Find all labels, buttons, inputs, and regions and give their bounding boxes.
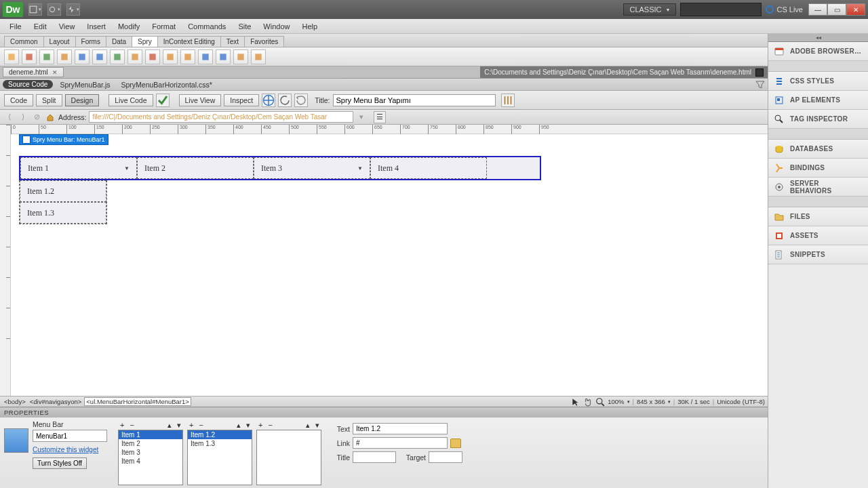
- menu-item-1[interactable]: Item 2: [137, 157, 254, 179]
- target-input[interactable]: [429, 451, 462, 463]
- title-input[interactable]: [353, 451, 396, 463]
- tag-selector[interactable]: <div#navigasyon>: [28, 398, 83, 405]
- insert-tab-forms[interactable]: Forms: [75, 36, 106, 47]
- insert-tab-common[interactable]: Common: [4, 36, 44, 47]
- panel-assets[interactable]: ASSETS: [768, 226, 868, 245]
- check-icon[interactable]: [156, 94, 170, 107]
- close-icon[interactable]: ✕: [52, 69, 58, 76]
- refresh-icon[interactable]: [294, 94, 308, 107]
- list-item[interactable]: Item 1: [119, 430, 182, 439]
- page-title-input[interactable]: [333, 94, 496, 106]
- workspace-switcher[interactable]: CLASSIC▼: [623, 3, 676, 16]
- spry-insert-icon-1[interactable]: [22, 49, 37, 64]
- list-item[interactable]: Item 1.2: [188, 430, 252, 439]
- panel-databases[interactable]: DATABASES: [768, 140, 868, 159]
- remove-icon[interactable]: −: [266, 421, 274, 429]
- submenu-item-0[interactable]: Item 1.2: [20, 180, 106, 202]
- insert-tab-incontext-editing[interactable]: InContext Editing: [157, 36, 221, 47]
- back-icon[interactable]: ⟨: [4, 112, 15, 123]
- spry-insert-icon-10[interactable]: [180, 49, 195, 64]
- list-item[interactable]: Item 4: [119, 457, 182, 466]
- panel-snippets[interactable]: SNIPPETS: [768, 245, 868, 264]
- menu-insert[interactable]: Insert: [81, 21, 111, 32]
- menu-view[interactable]: View: [54, 21, 81, 32]
- related-file[interactable]: SpryMenuBarHorizontal.css*: [117, 80, 216, 89]
- pointer-icon[interactable]: [571, 397, 580, 407]
- remove-icon[interactable]: −: [197, 421, 205, 429]
- link-input[interactable]: [353, 437, 448, 449]
- source-code-chip[interactable]: Source Code: [3, 80, 53, 89]
- spry-insert-icon-14[interactable]: [251, 49, 266, 64]
- livecode-button[interactable]: Live Code: [108, 94, 153, 106]
- zoom-icon[interactable]: [595, 397, 605, 407]
- properties-header[interactable]: PROPERTIES: [0, 407, 768, 418]
- menu-window[interactable]: Window: [258, 21, 295, 32]
- options-icon[interactable]: ☰: [374, 111, 386, 123]
- list-item[interactable]: Item 3: [119, 448, 182, 457]
- spry-insert-icon-2[interactable]: [39, 49, 54, 64]
- add-icon[interactable]: +: [187, 421, 195, 429]
- maximize-button[interactable]: ▭: [827, 3, 846, 16]
- spry-insert-icon-7[interactable]: [127, 49, 142, 64]
- panel-ap-elements[interactable]: AP ELEMENTS: [768, 91, 868, 110]
- text-input[interactable]: [353, 423, 448, 434]
- filter-icon[interactable]: [755, 80, 765, 89]
- menu-file[interactable]: File: [4, 21, 27, 32]
- dimensions-value[interactable]: 845 x 366: [637, 398, 665, 405]
- insert-tab-spry[interactable]: Spry: [132, 36, 158, 47]
- split-view-button[interactable]: Split: [36, 94, 62, 106]
- panel-files[interactable]: FILES: [768, 207, 868, 226]
- insert-tab-layout[interactable]: Layout: [43, 36, 76, 47]
- down-icon[interactable]: ▾: [175, 421, 183, 430]
- up-icon[interactable]: ▴: [235, 421, 243, 430]
- spry-insert-icon-6[interactable]: [110, 49, 125, 64]
- menu-item-2[interactable]: Item 3▼: [254, 157, 370, 179]
- refresh-dropdown-icon[interactable]: [278, 94, 292, 107]
- spry-insert-icon-8[interactable]: [145, 49, 160, 64]
- design-view-button[interactable]: Design: [65, 94, 100, 106]
- turn-styles-off-button[interactable]: Turn Styles Off: [33, 458, 87, 469]
- menu-item-0[interactable]: Item 1▼: [20, 157, 137, 179]
- spry-insert-icon-13[interactable]: [233, 49, 248, 64]
- submenu-item-1[interactable]: Item 1.3: [20, 202, 106, 224]
- search-box[interactable]: [680, 3, 762, 16]
- hand-icon[interactable]: [583, 397, 593, 407]
- up-icon[interactable]: ▴: [165, 421, 174, 430]
- browse-icon[interactable]: [450, 439, 461, 448]
- forward-icon[interactable]: ⟩: [18, 112, 28, 123]
- spry-insert-icon-5[interactable]: [92, 49, 107, 64]
- panel-server-behaviors[interactable]: SERVER BEHAVIORS: [768, 178, 868, 197]
- minimize-button[interactable]: —: [808, 3, 827, 16]
- remove-icon[interactable]: −: [127, 421, 136, 429]
- document-tab[interactable]: deneme.html✕: [3, 67, 64, 77]
- code-view-button[interactable]: Code: [4, 94, 33, 106]
- close-button[interactable]: ✕: [846, 3, 865, 16]
- globe-icon[interactable]: [262, 94, 275, 107]
- spry-insert-icon-4[interactable]: [75, 49, 90, 64]
- add-icon[interactable]: +: [118, 421, 126, 429]
- site-dropdown[interactable]: [66, 3, 80, 16]
- liveview-button[interactable]: Live View: [179, 94, 222, 106]
- tag-selector[interactable]: <body>: [3, 398, 27, 405]
- spry-menubar-widget[interactable]: Item 1▼Item 2Item 3▼Item 4: [19, 156, 541, 180]
- menu-commands[interactable]: Commands: [182, 21, 231, 32]
- down-icon[interactable]: ▾: [313, 421, 321, 430]
- spry-insert-icon-0[interactable]: [4, 49, 19, 64]
- spry-insert-icon-9[interactable]: [163, 49, 178, 64]
- panel-bindings[interactable]: BINDINGS: [768, 159, 868, 178]
- design-canvas[interactable]: Spry Menu Bar: MenuBar1 Item 1▼Item 2Ite…: [11, 134, 768, 396]
- menu-format[interactable]: Format: [146, 21, 181, 32]
- panel-adobe-browser-[interactable]: ADOBE BROWSER…: [768, 42, 868, 61]
- address-dropdown-icon[interactable]: ▾: [356, 112, 367, 123]
- home-icon[interactable]: [45, 112, 56, 123]
- menu-item-3[interactable]: Item 4: [370, 157, 487, 179]
- list-item[interactable]: Item 1.3: [188, 439, 252, 448]
- down-icon[interactable]: ▾: [244, 421, 252, 430]
- stop-icon[interactable]: ⊘: [31, 112, 42, 123]
- menu-site[interactable]: Site: [233, 21, 256, 32]
- address-input[interactable]: [89, 111, 353, 123]
- save-icon[interactable]: [755, 68, 764, 77]
- inspect-button[interactable]: Inspect: [224, 94, 259, 106]
- widget-name-input[interactable]: [33, 430, 107, 442]
- spry-insert-icon-11[interactable]: [198, 49, 213, 64]
